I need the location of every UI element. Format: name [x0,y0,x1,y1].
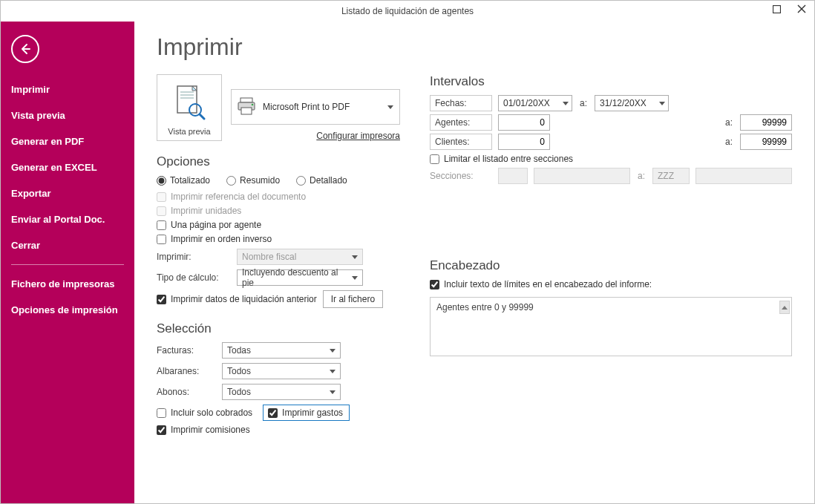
chk-ref-documento: Imprimir referencia del documento [157,192,400,202]
agentes-desde-input[interactable] [498,114,550,131]
clientes-hasta-input[interactable] [740,134,792,150]
a-label: a: [724,117,734,128]
secciones-desde-code [498,168,528,184]
content: Imprimir [134,22,814,503]
sidebar-item-generar-excel[interactable]: Generar en EXCEL [1,154,134,180]
titlebar: Listado de liquidación de agentes [1,1,814,22]
svg-line-8 [200,114,204,119]
secciones-desde-desc [534,168,630,184]
agentes-hasta-input[interactable] [740,114,792,131]
svg-rect-0 [773,5,780,13]
imprimir-label: Imprimir: [157,252,231,262]
chk-imprimir-comisiones[interactable]: Imprimir comisiones [157,425,400,435]
chevron-down-icon [330,370,336,373]
chk-solo-cobrados[interactable]: Incluir solo cobrados [157,408,252,418]
section-intervalos-title: Intervalos [430,74,792,89]
printer-select[interactable]: Microsoft Print to PDF [231,89,400,125]
tipo-calculo-label: Tipo de cálculo: [157,272,231,283]
page-title: Imprimir [157,33,792,61]
encabezado-texto: Agentes entre 0 y 99999 [436,302,534,312]
tipo-calculo-select[interactable]: Incluyendo descuento al pie [237,269,363,286]
chk-datos-anterior[interactable]: Imprimir datos de liquidación anterior [157,294,317,304]
scrollbar-up-button[interactable] [779,301,790,314]
window-title: Listado de liquidación de agentes [341,6,474,16]
chevron-down-icon [352,276,358,280]
chk-unidades: Imprimir unidades [157,206,400,216]
printer-name: Microsoft Print to PDF [263,102,350,112]
fecha-desde-input[interactable]: 01/01/20XX [498,95,572,111]
left-column: Vista previa [157,74,400,439]
sidebar-item-fichero-impresoras[interactable]: Fichero de impresoras [1,271,134,297]
back-button[interactable] [11,35,39,63]
chevron-down-icon [387,105,393,109]
chk-limitar-secciones[interactable]: Limitar el listado entre secciones [430,154,792,164]
window: Listado de liquidación de agentes Imprim… [0,0,815,504]
chevron-down-icon [330,390,336,394]
sidebar-item-cerrar[interactable]: Cerrar [1,232,134,258]
secciones-label: Secciones: [430,168,492,183]
close-button[interactable] [789,1,814,17]
chk-orden-inverso[interactable]: Imprimir en orden inverso [157,234,400,244]
a-label: a: [578,98,589,108]
body: Imprimir Vista previa Generar en PDF Gen… [1,22,814,503]
facturas-select[interactable]: Todas [222,342,341,359]
clientes-label: Clientes: [430,134,492,150]
radio-resumido[interactable]: Resumido [226,175,280,186]
document-preview-icon [173,78,206,127]
chk-imprimir-gastos[interactable]: Imprimir gastos [263,405,350,421]
sidebar-item-vista-previa[interactable]: Vista previa [1,102,134,128]
section-encabezado-title: Encabezado [430,258,792,273]
chevron-down-icon [352,255,358,259]
sidebar-item-generar-pdf[interactable]: Generar en PDF [1,128,134,154]
sidebar-item-exportar[interactable]: Exportar [1,180,134,206]
abonos-label: Abonos: [157,387,216,397]
fecha-hasta-input[interactable]: 31/12/20XX [595,95,669,111]
radio-totalizado[interactable]: Totalizado [157,175,210,186]
chevron-down-icon [563,102,569,105]
ir-al-fichero-button[interactable]: Ir al fichero [323,290,383,308]
abonos-select[interactable]: Todos [222,384,341,400]
chk-incluir-texto-limites[interactable]: Incluir texto de límites en el encabezad… [430,279,792,289]
sidebar-item-opciones-impresion[interactable]: Opciones de impresión [1,297,134,323]
titlebar-buttons [764,1,814,17]
sidebar-item-enviar-portal[interactable]: Enviar al Portal Doc. [1,206,134,232]
chevron-down-icon [330,349,336,353]
svg-rect-9 [240,98,252,102]
svg-point-12 [252,103,254,105]
agentes-label: Agentes: [430,114,492,131]
configure-printer-link[interactable]: Configurar impresora [316,131,400,141]
sidebar-separator [11,264,124,265]
radio-detallado[interactable]: Detallado [296,175,347,186]
chevron-down-icon [659,102,665,105]
clientes-desde-input[interactable] [498,134,550,150]
sidebar-item-imprimir[interactable]: Imprimir [1,76,134,102]
section-seleccion-title: Selección [157,321,400,336]
a-label: a: [636,171,647,181]
secciones-hasta-code [652,168,690,184]
chk-una-pagina[interactable]: Una página por agente [157,220,400,230]
albaranes-label: Albaranes: [157,366,216,376]
imprimir-select: Nombre fiscal [237,249,363,265]
a-label: a: [724,137,734,147]
sidebar: Imprimir Vista previa Generar en PDF Gen… [1,22,134,503]
section-opciones-title: Opciones [157,154,400,169]
fechas-label: Fechas: [430,95,492,111]
encabezado-textarea[interactable]: Agentes entre 0 y 99999 [430,297,792,356]
maximize-button[interactable] [764,1,789,17]
secciones-hasta-desc [695,168,792,184]
right-column: Intervalos Fechas: 01/01/20XX a: 31/12/2… [430,74,792,439]
preview-tile[interactable]: Vista previa [157,74,222,141]
preview-caption: Vista previa [168,127,210,136]
svg-rect-11 [241,108,252,114]
albaranes-select[interactable]: Todos [222,363,341,379]
chevron-up-icon [782,306,788,310]
printer-icon [236,96,257,119]
facturas-label: Facturas: [157,345,216,356]
